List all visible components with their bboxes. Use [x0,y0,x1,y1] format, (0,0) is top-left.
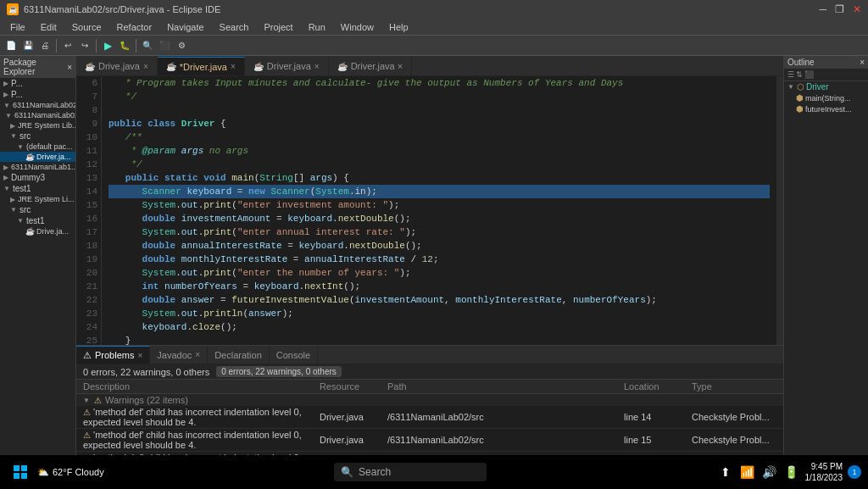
outline-item-driver[interactable]: ▼ ⬡ Driver [784,81,868,92]
tray-icon-1[interactable]: ⬆ [717,464,734,481]
undo-button[interactable]: ↩ [60,38,75,53]
outline-title: Outline [787,58,815,67]
svg-rect-1 [21,465,27,471]
stats-tooltip: 0 errors, 22 warnings, 0 others [216,366,342,377]
col-path: Path [387,381,624,392]
javadoc-tab-label: Javadoc [157,350,192,360]
panel-tab-problems[interactable]: ⚠ Problems × [76,346,150,364]
col-resource: Resource [320,381,387,392]
toolbar-sep-1 [56,39,57,53]
outline-item-main[interactable]: ⬢ main(String... [784,92,868,103]
vertical-scrollbar[interactable] [776,76,783,345]
outline-panel: Outline × ☰ ⇅ ⬛ ▼ ⬡ Driver ⬢ main(String… [783,56,868,472]
code-editor[interactable]: 6 7 8 9 10 11 12 13 14 15 16 17 18 19 20… [76,76,783,345]
code-line-9: public class Driver { [108,117,770,131]
sidebar-item-6311lab1[interactable]: ▶6311NamaniLab1... [0,162,75,172]
sidebar-item-drive-ja[interactable]: ☕Drive.ja... [0,226,75,236]
taskbar-search[interactable]: 🔍 Search [334,463,487,481]
tab-driver-java-active[interactable]: ☕ *Driver.java × [158,57,245,75]
code-line-20: System.out.print("enter the number of ye… [108,266,770,280]
sidebar-item-src-test[interactable]: ▼src [0,204,75,215]
notification-badge[interactable]: 1 [848,465,861,479]
tab-driver-java-3[interactable]: ☕ Driver.java × [329,57,412,75]
outline-btn-3[interactable]: ⬛ [804,70,814,79]
line-numbers: 6 7 8 9 10 11 12 13 14 15 16 17 18 19 20… [76,76,102,345]
weather-widget[interactable]: ⛅ 62°F Cloudy [37,467,104,478]
console-button[interactable]: ⬛ [157,38,172,53]
col-description: Description [83,381,320,392]
toolbar-sep-3 [136,39,136,53]
titlebar-controls[interactable]: ─ ❐ ✕ [819,3,861,15]
problem-path-1: /6311NamaniLab02/src [387,412,624,422]
menu-search[interactable]: Search [213,20,256,34]
table-row[interactable]: ⚠ 'method def' child has incorrect inden… [76,406,783,429]
save-button[interactable]: 💾 [20,38,36,53]
sidebar-item-dummy3[interactable]: ▶Dummy3 [0,172,75,183]
close-button[interactable]: ✕ [853,3,861,15]
menu-window[interactable]: Window [334,20,381,34]
menu-source[interactable]: Source [65,20,108,34]
editor-tab-bar: ☕ Drive.java × ☕ *Driver.java × ☕ Driver… [76,56,783,76]
tray-icon-network[interactable]: 📶 [739,464,756,481]
sidebar-item-test1[interactable]: ▼test1 [0,183,75,194]
outline-btn-1[interactable]: ☰ [787,70,794,79]
problems-panel: ⚠ Problems × Javadoc × Declaration Conso… [76,345,783,472]
tray-icon-battery[interactable]: 🔋 [783,464,800,481]
menu-edit[interactable]: Edit [34,20,64,34]
outline-btn-2[interactable]: ⇅ [796,70,803,79]
print-button[interactable]: 🖨 [37,38,53,53]
menu-file[interactable]: File [3,20,32,34]
sidebar-item-6311-1[interactable]: ▼6311NamaniLab02 [0,100,75,110]
warnings-section-header: ▼ ⚠ Warnings (22 items) [76,394,783,406]
outline-close[interactable]: × [860,58,865,67]
sidebar-item-jre[interactable]: ▶JRE System Lib... [0,120,75,131]
sidebar-item-default-pkg[interactable]: ▼(default pac... [0,142,75,152]
code-line-19: double monthlyInterestRate = annualInter… [108,253,770,266]
problem-type-1: Checkstyle Probl... [692,412,776,422]
package-explorer-header: Package Explorer × [0,56,75,78]
declaration-tab-label: Declaration [214,350,262,360]
new-button[interactable]: 📄 [3,38,19,53]
sidebar-item-test1-pkg[interactable]: ▼test1 [0,215,75,226]
run-button[interactable]: ▶ [100,38,115,53]
panel-tab-declaration[interactable]: Declaration [208,346,270,364]
code-line-14: Scanner keyboard = new Scanner(System.in… [108,185,770,198]
tab-drive-java[interactable]: ☕ Drive.java × [76,57,158,75]
maximize-button[interactable]: ❐ [835,3,844,15]
sidebar-item-6311-2[interactable]: ▼6311NamaniLab02 [0,110,75,120]
system-time-display[interactable]: 9:45 PM 1/18/2023 [805,461,843,483]
outline-item-future[interactable]: ⬢ futureInvest... [784,103,868,114]
sidebar-item-src[interactable]: ▼src [0,131,75,142]
code-line-10: /** [108,131,770,144]
menu-run[interactable]: Run [302,20,332,34]
outline-driver-label: Driver [806,82,829,92]
panel-tab-console[interactable]: Console [270,346,318,364]
redo-button[interactable]: ↪ [77,38,92,53]
search-toolbar-button[interactable]: 🔍 [140,38,155,53]
menu-refactor[interactable]: Refactor [110,20,159,34]
package-explorer-title: Package Explorer [3,58,67,76]
svg-rect-0 [14,465,19,471]
table-row[interactable]: ⚠ 'method def' child has incorrect inden… [76,429,783,452]
panel-tab-javadoc[interactable]: Javadoc × [150,346,208,364]
menu-project[interactable]: Project [257,20,299,34]
menu-navigate[interactable]: Navigate [160,20,210,34]
start-button[interactable] [7,458,34,486]
code-content[interactable]: * Program takes Input minutes and calcul… [102,76,776,345]
minimize-button[interactable]: ─ [819,3,826,15]
menu-help[interactable]: Help [382,20,415,34]
code-line-16: double investmentAmount = keyboard.nextD… [108,212,770,225]
sidebar-item-driver[interactable]: ☕Driver.ja... [0,152,75,162]
sidebar-item-p1[interactable]: ▶P... [0,78,75,89]
code-line-6: * Program takes Input minutes and calcul… [108,76,770,90]
settings-button[interactable]: ⚙ [174,38,189,53]
sidebar-item-jre-test[interactable]: ▶JRE System Li... [0,194,75,204]
sidebar-item-p2[interactable]: ▶P... [0,89,75,100]
code-line-24: keyboard.cloze(); [108,320,770,334]
package-explorer-close[interactable]: × [67,63,72,72]
debug-button[interactable]: 🐛 [117,38,132,53]
panel-tab-bar: ⚠ Problems × Javadoc × Declaration Conso… [76,346,783,364]
tab-driver-java-2[interactable]: ☕ Driver.java × [245,57,329,75]
outline-future-label: futureInvest... [805,105,852,114]
tray-icon-volume[interactable]: 🔊 [761,464,778,481]
